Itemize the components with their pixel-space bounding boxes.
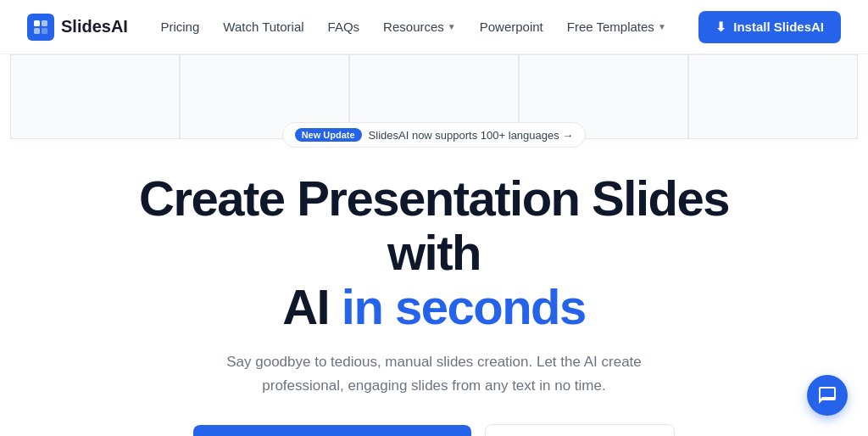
svg-rect-3 xyxy=(42,28,47,34)
svg-rect-2 xyxy=(34,28,40,34)
cta-primary-button[interactable]: ⬇ Install SlidesAI for Google Slides xyxy=(193,425,471,436)
badge-new-tag: New Update xyxy=(295,128,362,142)
logo-icon xyxy=(27,14,54,41)
nav-item-powerpoint[interactable]: Powerpoint xyxy=(480,20,543,34)
chat-bubble[interactable] xyxy=(807,375,848,416)
svg-rect-1 xyxy=(42,20,47,26)
cta-buttons: ⬇ Install SlidesAI for Google Slides 👋 L… xyxy=(193,424,675,436)
logo[interactable]: SlidesAI xyxy=(27,14,128,41)
update-badge[interactable]: New Update SlidesAI now supports 100+ la… xyxy=(282,122,587,148)
hero-subtext: Say goodbye to tedious, manual slides cr… xyxy=(188,350,680,396)
nav-item-watch-tutorial[interactable]: Watch Tutorial xyxy=(223,20,303,34)
nav-item-pricing[interactable]: Pricing xyxy=(160,20,199,34)
resources-dropdown-arrow: ▼ xyxy=(448,22,456,31)
nav-links: Pricing Watch Tutorial FAQs Resources ▼ … xyxy=(160,20,665,34)
navbar: SlidesAI Pricing Watch Tutorial FAQs Res… xyxy=(0,0,868,54)
nav-item-resources[interactable]: Resources ▼ xyxy=(383,20,456,34)
navbar-install-button[interactable]: ⬇ Install SlidesAI xyxy=(698,11,841,43)
download-icon: ⬇ xyxy=(715,20,726,35)
free-templates-dropdown-arrow: ▼ xyxy=(658,22,666,31)
nav-item-free-templates[interactable]: Free Templates ▼ xyxy=(567,20,666,34)
svg-rect-0 xyxy=(34,20,40,26)
cta-secondary-button[interactable]: 👋 Learn How To Use xyxy=(485,424,675,436)
nav-item-faqs[interactable]: FAQs xyxy=(328,20,360,34)
logo-text: SlidesAI xyxy=(61,17,128,36)
main-content: New Update SlidesAI now supports 100+ la… xyxy=(0,54,868,436)
badge-message: SlidesAI now supports 100+ languages → xyxy=(369,129,574,142)
hero-heading: Create Presentation Slides with AI in se… xyxy=(112,171,756,333)
